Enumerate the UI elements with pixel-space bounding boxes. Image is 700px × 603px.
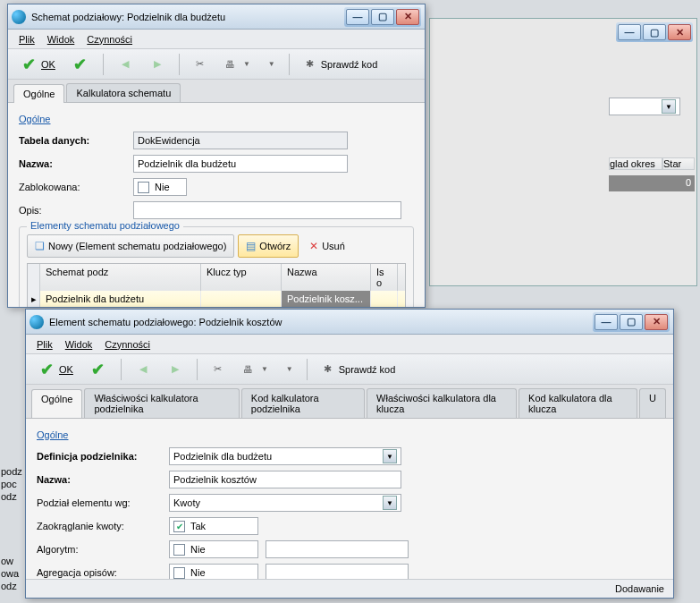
chevron-down-icon: ▼ [261, 365, 268, 373]
nav-fwd-button[interactable]: ▶ [143, 53, 172, 76]
nav-back-button[interactable]: ◀ [129, 358, 157, 381]
elements-grid[interactable]: Schemat podz Klucz typ Nazwa Is o ▸ Podz… [27, 263, 406, 307]
arrow-right-icon: ▶ [167, 361, 183, 378]
more-button[interactable]: ▼ [278, 358, 299, 381]
tab-wlasc-podz[interactable]: Właściwości kalkulatora podzielnika [84, 388, 239, 418]
more-button[interactable]: ▼ [260, 53, 282, 76]
chevron-down-icon: ▼ [268, 60, 275, 68]
content-area: Ogólne Tabela danych: Nazwa: Zablokowana… [8, 103, 425, 307]
print-button[interactable]: 🖶▼ [235, 358, 274, 381]
menu-plik[interactable]: Plik [13, 32, 40, 47]
confirm-button[interactable]: ✔ [65, 53, 96, 76]
field-tabela[interactable] [133, 132, 348, 149]
ok-button[interactable]: ✔ OK [31, 358, 80, 381]
field-podzial[interactable]: Kwoty ▼ [169, 494, 401, 512]
close-button[interactable]: ✕ [396, 9, 419, 25]
new-label: Nowy (Element schematu podziałowego) [48, 241, 226, 251]
wrench-icon: ✂ [193, 57, 207, 72]
chevron-down-icon: ▼ [383, 449, 397, 463]
field-nazwa[interactable] [169, 471, 401, 488]
tab-ogolne[interactable]: Ogólne [31, 389, 82, 419]
menu-widok[interactable]: Widok [60, 337, 98, 352]
field-zaokr[interactable]: ✔ Tak [169, 517, 258, 535]
toolbar: ✔ OK ✔ ◀ ▶ ✂ 🖶▼ ▼ ✱ Sprawdź kod [26, 354, 673, 385]
menu-czynnosci[interactable]: Czynności [81, 32, 138, 47]
label-podzial: Podział elementu wg: [37, 497, 162, 508]
delete-icon: ✕ [309, 240, 318, 252]
nav-fwd-button[interactable]: ▶ [161, 358, 190, 381]
bg2-bottom-text: odz [0, 580, 27, 592]
app-icon [12, 10, 26, 24]
col-nazwa[interactable]: Nazwa [282, 264, 371, 291]
col-schemat[interactable]: Schemat podz [40, 264, 201, 291]
label-nazwa: Nazwa: [19, 158, 126, 169]
tab-kod-podz[interactable]: Kod kalkulatora podzielnika [241, 388, 365, 418]
table-row[interactable]: ▸ Podzielnik dla budżetu Podzielnik kosz… [28, 291, 405, 307]
tab-u[interactable]: U [639, 388, 666, 418]
col-klucz[interactable]: Klucz typ [201, 264, 282, 291]
menu-czynnosci[interactable]: Czynności [99, 337, 156, 352]
ok-label: OK [59, 364, 73, 375]
section-ogolne: Ogólne [37, 429, 662, 440]
label-opis: Opis: [19, 205, 126, 216]
titlebar[interactable]: Element schematu podziałowego: Podzielni… [26, 310, 673, 335]
bg2-bottom-text: ow [0, 555, 27, 567]
col-iso[interactable]: Is o [371, 264, 398, 291]
open-label: Otwórz [259, 241, 291, 251]
ok-button[interactable]: ✔ OK [13, 53, 62, 76]
bg2-side-text: odz [0, 490, 27, 503]
menu-widok[interactable]: Widok [42, 32, 80, 47]
document-icon: ❏ [35, 240, 45, 252]
field-algorytm-text[interactable] [266, 540, 409, 558]
tab-kalkulator[interactable]: Kalkulatora schematu [66, 83, 181, 102]
minimize-button[interactable]: — [595, 314, 618, 330]
tab-kod-klucz[interactable]: Kod kalkulatora dla klucza [519, 388, 637, 418]
tab-wlasc-klucz[interactable]: Właściwości kalkulatora dla klucza [367, 388, 517, 418]
arrow-left-icon: ◀ [135, 361, 151, 378]
check-code-label: Sprawdź kod [321, 59, 378, 70]
check-code-button[interactable]: ✱ Sprawdź kod [297, 53, 384, 76]
maximize-button[interactable]: ▢ [620, 314, 643, 330]
confirm-button[interactable]: ✔ [83, 358, 114, 381]
bg1-close-button[interactable]: ✕ [668, 24, 691, 40]
toolbar: ✔ OK ✔ ◀ ▶ ✂ 🖶▼ ▼ ✱ Sprawdź kod [8, 49, 425, 80]
print-button[interactable]: 🖶▼ [217, 53, 257, 76]
field-definicja[interactable]: Podzielnik dla budżetu ▼ [169, 447, 401, 465]
open-button[interactable]: ▤ Otwórz [238, 234, 299, 258]
new-button[interactable]: ❏ Nowy (Element schematu podziałowego) [27, 234, 234, 258]
check-code-button[interactable]: ✱ Sprawdź kod [315, 358, 402, 381]
printer-icon: 🖶 [241, 362, 256, 377]
checkbox-icon [138, 182, 149, 193]
nav-back-button[interactable]: ◀ [111, 53, 139, 76]
check-icon: ✔ [38, 361, 55, 378]
titlebar[interactable]: Schemat podziałowy: Podzielnik dla budże… [8, 4, 425, 30]
bg1-maximize-button[interactable]: ▢ [643, 24, 666, 40]
field-agregacja-text[interactable] [266, 564, 409, 579]
open-icon: ▤ [246, 240, 256, 252]
bg1-minimize-button[interactable]: — [618, 24, 641, 40]
ok-label: OK [41, 59, 55, 70]
tab-ogolne[interactable]: Ogólne [13, 84, 64, 103]
field-algorytm[interactable]: Nie [169, 540, 258, 558]
field-zablokowana[interactable]: Nie [133, 178, 187, 196]
statusbar: Dodawanie [26, 579, 673, 598]
row-marker-icon: ▸ [28, 291, 40, 307]
menubar: Plik Widok Czynności [26, 335, 673, 354]
close-button[interactable]: ✕ [645, 314, 668, 330]
tools-button[interactable]: ✂ [187, 53, 214, 76]
field-opis[interactable] [133, 201, 401, 219]
delete-button[interactable]: ✕ Usuń [302, 234, 352, 258]
label-agregacja: Agregacja opisów: [37, 567, 162, 578]
menu-plik[interactable]: Plik [31, 337, 58, 352]
field-nazwa[interactable] [133, 155, 348, 173]
field-agregacja[interactable]: Nie [169, 564, 258, 579]
bg2-bottom-text: owa [0, 567, 27, 580]
podzial-value: Kwoty [173, 497, 200, 508]
maximize-button[interactable]: ▢ [371, 9, 394, 25]
tools-button[interactable]: ✂ [205, 358, 232, 381]
bg1-dropdown[interactable]: ▼ [609, 98, 680, 115]
minimize-button[interactable]: — [346, 9, 369, 25]
printer-icon: 🖶 [223, 57, 238, 72]
chevron-down-icon: ▼ [383, 496, 397, 510]
gear-icon: ✱ [321, 362, 335, 377]
